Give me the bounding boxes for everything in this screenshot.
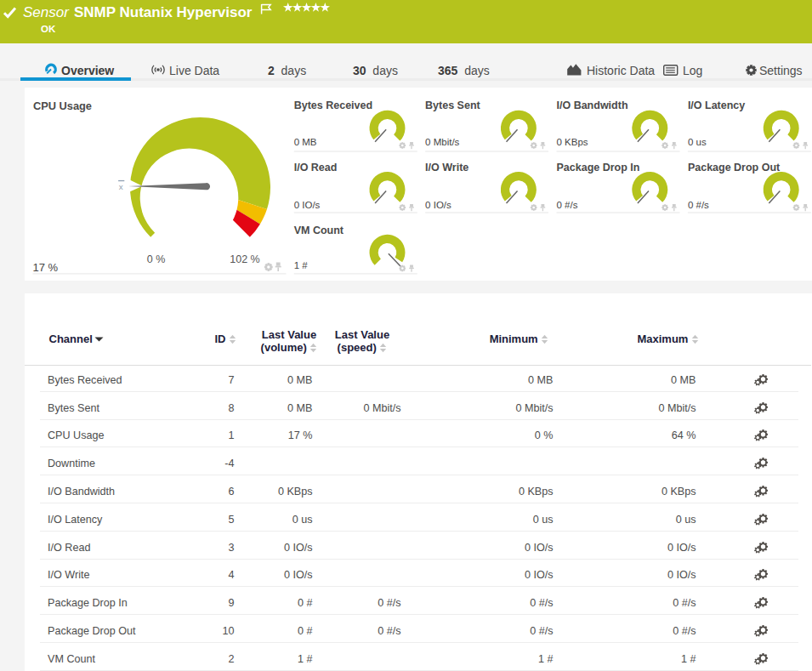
svg-text:x: x <box>118 182 122 191</box>
svg-text:Bytes Sent: Bytes Sent <box>425 100 480 111</box>
svg-text:Package Drop In: Package Drop In <box>556 162 639 173</box>
svg-text:1 #: 1 # <box>293 260 308 270</box>
svg-text:0 us: 0 us <box>687 137 706 147</box>
svg-text:0 Mbit/s: 0 Mbit/s <box>425 137 460 147</box>
svg-text:0 MB: 0 MB <box>293 137 316 147</box>
svg-text:0 %: 0 % <box>146 253 165 265</box>
svg-text:I/O Bandwidth: I/O Bandwidth <box>556 100 627 111</box>
svg-text:I/O Read: I/O Read <box>293 162 337 173</box>
svg-text:Bytes Received: Bytes Received <box>293 100 372 111</box>
svg-text:17 %: 17 % <box>32 261 58 274</box>
svg-text:CPU Usage: CPU Usage <box>33 100 92 112</box>
svg-text:0 IO/s: 0 IO/s <box>293 200 320 210</box>
svg-text:102 %: 102 % <box>230 253 259 265</box>
svg-text:I/O Write: I/O Write <box>425 162 468 173</box>
svg-text:Package Drop Out: Package Drop Out <box>687 162 780 173</box>
svg-text:I/O Latency: I/O Latency <box>687 100 744 111</box>
svg-text:0 KBps: 0 KBps <box>556 137 588 147</box>
svg-text:VM Count: VM Count <box>293 225 344 236</box>
svg-text:0 #/s: 0 #/s <box>556 200 577 210</box>
svg-text:0 IO/s: 0 IO/s <box>425 200 451 210</box>
svg-text:0 #/s: 0 #/s <box>687 200 708 210</box>
